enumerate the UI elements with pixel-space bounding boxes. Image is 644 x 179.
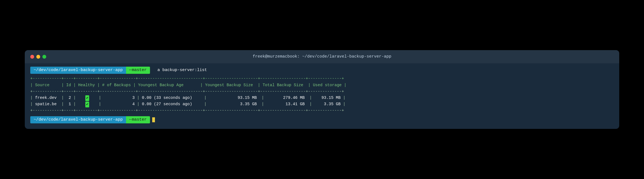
table-sub-divider: +------------+----+---------+-----------… xyxy=(30,88,614,95)
title-bar: freek@murzemacbook: ~/dev/code/laravel-b… xyxy=(25,50,619,63)
minimize-button[interactable] xyxy=(36,55,40,59)
table-bottom-divider: +------------+----+---------+-----------… xyxy=(30,107,614,114)
maximize-button[interactable] xyxy=(42,55,46,59)
table-row-1: | freek.dev | 2 | ✔ | 3 | 0.00 (33 secon… xyxy=(30,95,614,101)
terminal-window: freek@murzemacbook: ~/dev/code/laravel-b… xyxy=(25,50,619,129)
bottom-prompt-path: ~/dev/code/laravel-backup-server-app xyxy=(30,116,126,124)
table-row-2: | spatie.be | 1 | ✔ | 4 | 0.00 (27 secon… xyxy=(30,101,614,107)
traffic-lights xyxy=(30,55,46,59)
prompt-line-1: ~/dev/code/laravel-backup-server-app ←ma… xyxy=(30,67,614,74)
prompt-arrow xyxy=(153,67,155,74)
window-title: freek@murzemacbook: ~/dev/code/laravel-b… xyxy=(253,54,391,59)
bottom-prompt-branch: ←master xyxy=(126,116,150,124)
close-button[interactable] xyxy=(30,55,34,59)
cursor xyxy=(152,117,155,122)
prompt-path: ~/dev/code/laravel-backup-server-app xyxy=(30,67,126,74)
table-top-divider: +------------+----+---------+-----------… xyxy=(30,75,614,82)
prompt-line-bottom: ~/dev/code/laravel-backup-server-app ←ma… xyxy=(30,116,614,124)
terminal-body: ~/dev/code/laravel-backup-server-app ←ma… xyxy=(25,63,619,129)
prompt-command: a backup-server:list xyxy=(157,67,207,74)
prompt-branch: ←master xyxy=(126,67,150,74)
backup-table: +------------+----+---------+-----------… xyxy=(30,75,614,114)
table-header: | Source | Id | Healthy | # of Backups |… xyxy=(30,82,614,88)
